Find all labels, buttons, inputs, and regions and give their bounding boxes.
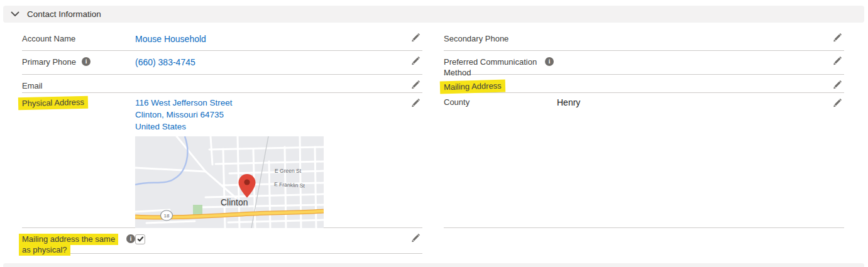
primary-phone-link[interactable]: (660) 383-4745 (135, 57, 195, 67)
section-title: Contact Information (27, 9, 101, 19)
edit-pencil-icon[interactable] (832, 98, 842, 108)
field-label: Mailing Address (444, 80, 557, 93)
collapse-section-button[interactable] (10, 9, 20, 19)
field-label: Email (22, 80, 135, 91)
empty-cell (444, 228, 844, 254)
map-image: 18 E Green St E Franklin St Clinton (135, 136, 324, 228)
field-account-name: Account Name Mouse Household (22, 28, 422, 51)
field-label: Primary Phone i (22, 57, 135, 67)
edit-pencil-icon[interactable] (832, 56, 842, 66)
address-map[interactable]: 18 E Green St E Franklin St Clinton (135, 136, 324, 228)
field-county: County Henry (444, 93, 844, 228)
field-secondary-phone: Secondary Phone (444, 28, 844, 51)
field-email: Email (22, 75, 422, 93)
highlight-annotation: Mailing Address (440, 80, 505, 94)
field-label: Secondary Phone (444, 33, 557, 44)
same-as-physical-checkbox[interactable] (135, 234, 145, 244)
field-label: Account Name (22, 33, 135, 44)
field-label: Physical Address (22, 97, 135, 109)
field-mailing-address: Mailing Address (444, 75, 844, 93)
edit-pencil-icon[interactable] (410, 80, 420, 90)
fields-grid: Account Name Mouse Household Secondary P… (22, 28, 844, 254)
edit-pencil-icon[interactable] (832, 33, 842, 43)
section-header: Contact Information (3, 6, 864, 23)
physical-address-line1-link[interactable]: 116 West Jefferson Street (135, 97, 404, 109)
field-preferred-communication-method: Preferred Communication Method i (444, 51, 844, 75)
highlight-annotation: Physical Address (18, 96, 88, 111)
next-section-header[interactable] (3, 263, 864, 267)
info-icon[interactable]: i (545, 57, 554, 66)
field-primary-phone: Primary Phone i (660) 383-4745 (22, 51, 422, 75)
edit-pencil-icon[interactable] (410, 98, 420, 108)
edit-pencil-icon[interactable] (832, 80, 842, 90)
map-street-label: E Green St (275, 168, 302, 174)
chevron-down-icon (11, 11, 19, 17)
edit-pencil-icon[interactable] (410, 33, 420, 43)
field-mailing-same-as-physical: Mailing address the same as physical? i (22, 228, 422, 254)
info-icon[interactable]: i (82, 57, 91, 66)
physical-address-line3-link[interactable]: United States (135, 121, 404, 133)
info-icon[interactable]: i (126, 234, 135, 243)
edit-pencil-icon[interactable] (410, 56, 420, 66)
route-shield: 18 (161, 210, 173, 221)
field-label: County (444, 97, 557, 107)
svg-text:18: 18 (164, 213, 170, 219)
county-value: Henry (557, 97, 825, 108)
map-park (193, 205, 202, 215)
account-name-link[interactable]: Mouse Household (135, 34, 206, 44)
highlight-annotation: Mailing address the same as physical? (19, 234, 118, 256)
map-city-label: Clinton (221, 197, 248, 207)
contact-information-section: Contact Information Account Name Mouse H… (0, 0, 868, 267)
physical-address-line2-link[interactable]: Clinton, Missouri 64735 (135, 109, 404, 121)
checkmark-icon (137, 236, 144, 242)
field-physical-address: Physical Address 116 West Jefferson Stre… (22, 93, 422, 228)
field-label: Mailing address the same as physical? i (22, 234, 135, 255)
edit-pencil-icon[interactable] (410, 233, 420, 243)
